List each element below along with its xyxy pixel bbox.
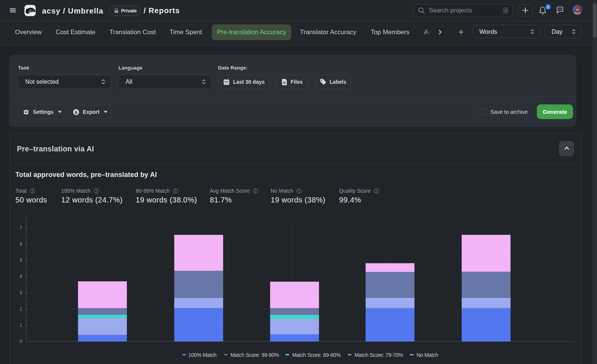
svg-text:Match Score: 79-70%: Match Score: 79-70% xyxy=(355,352,403,358)
svg-text:Match Score: 89-80%: Match Score: 89-80% xyxy=(292,352,341,358)
svg-text:1: 1 xyxy=(20,323,22,328)
svg-text:0: 0 xyxy=(20,339,22,344)
svg-text:5: 5 xyxy=(20,258,22,263)
svg-text:2: 2 xyxy=(20,307,22,312)
svg-text:100% Match: 100% Match xyxy=(188,352,217,358)
svg-text:7: 7 xyxy=(20,225,22,231)
svg-text:3: 3 xyxy=(20,290,22,296)
svg-text:No Match: No Match xyxy=(417,352,438,358)
svg-text:4: 4 xyxy=(20,274,22,279)
svg-text:Match Score: 99-90%: Match Score: 99-90% xyxy=(230,352,279,358)
svg-text:6: 6 xyxy=(20,242,22,247)
